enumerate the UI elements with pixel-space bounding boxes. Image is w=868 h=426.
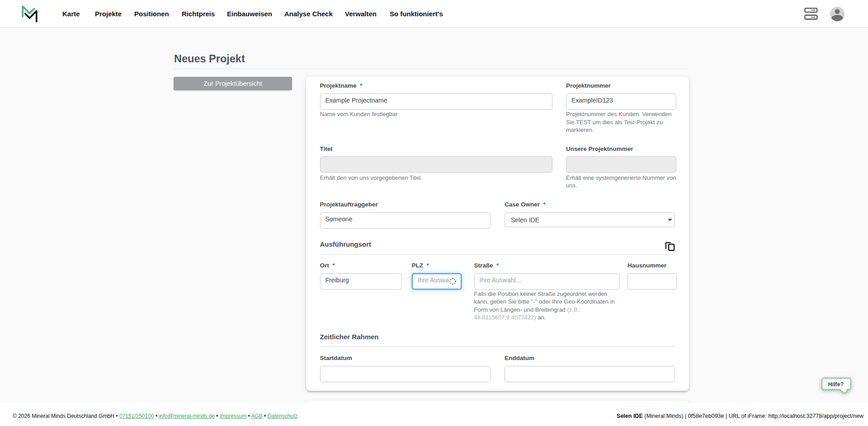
svg-text:Hilfe?: Hilfe?: [828, 381, 844, 388]
